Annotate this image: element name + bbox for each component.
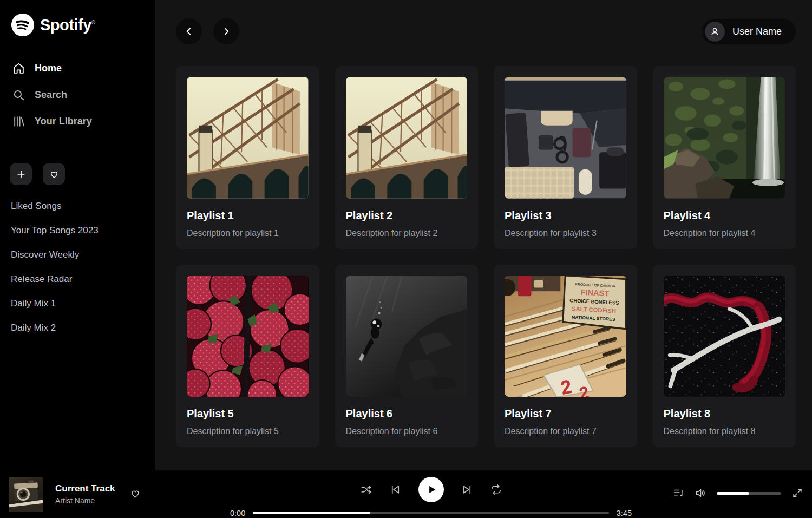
user-menu-button[interactable]: User Name — [702, 19, 796, 44]
playlist-title: Playlist 3 — [505, 209, 626, 222]
previous-icon — [389, 483, 402, 496]
playlist-cover-forest-waterfall — [664, 77, 785, 199]
sidebar-playlist-liked-songs[interactable]: Liked Songs — [10, 194, 146, 218]
playlist-cover-steel-structure — [187, 77, 309, 199]
sidebar-playlist-daily-mix-2[interactable]: Daily Mix 2 — [10, 316, 146, 340]
playlist-title: Playlist 1 — [187, 209, 309, 222]
sidebar-item-label: Home — [35, 63, 62, 74]
plus-icon — [16, 169, 27, 180]
sidebar-item-your-library[interactable]: Your Library — [10, 108, 146, 135]
playlist-cover-underwater-diver — [346, 276, 468, 397]
spotify-logo: Spotify® — [10, 12, 146, 55]
fullscreen-button[interactable] — [791, 487, 803, 499]
player-options — [652, 487, 803, 501]
shuffle-icon — [360, 483, 372, 496]
progress-fill — [253, 512, 370, 514]
playlist-title: Playlist 8 — [664, 408, 785, 420]
person-icon — [709, 26, 721, 37]
registered-mark: ® — [91, 19, 95, 25]
playlist-card-5[interactable]: Playlist 5 Description for playlist 5 — [176, 265, 319, 448]
repeat-button[interactable] — [490, 483, 502, 496]
sidebar-item-label: Search — [35, 89, 67, 101]
playlist-description: Description for playlist 8 — [664, 427, 785, 436]
brand-name: Spotify® — [40, 16, 95, 34]
progress-row: 0:00 3:45 — [230, 509, 632, 517]
back-button[interactable] — [176, 18, 202, 44]
playlist-description: Description for playlist 3 — [505, 228, 626, 238]
search-icon — [12, 88, 25, 102]
sidebar-item-search[interactable]: Search — [10, 82, 146, 108]
playlist-card-2[interactable]: Playlist 2 Description for playlist 2 — [335, 66, 479, 249]
user-name: User Name — [732, 26, 782, 37]
playlist-cover-desk-flatlay — [505, 77, 626, 199]
forward-button[interactable] — [213, 18, 239, 44]
playlist-description: Description for playlist 1 — [187, 228, 309, 238]
playlist-card-7[interactable]: PRODUCT OF CANADA FINAST CHOICE BONELESS… — [494, 265, 637, 448]
liked-songs-button[interactable] — [43, 163, 65, 185]
playlist-title: Playlist 6 — [346, 408, 468, 420]
playlist-title: Playlist 5 — [187, 408, 309, 420]
repeat-icon — [490, 483, 502, 496]
sidebar: Spotify® Home Search Your Library — [0, 0, 155, 470]
expand-icon — [791, 487, 803, 499]
volume-fill — [717, 492, 749, 495]
like-track-button[interactable] — [129, 488, 141, 501]
heart-icon — [129, 488, 141, 500]
playlist-cover-antler-ribbon — [664, 276, 785, 397]
now-playing: Current Track Artist Name — [9, 477, 210, 512]
progress-bar[interactable] — [253, 512, 609, 514]
create-playlist-button[interactable] — [10, 163, 32, 185]
sidebar-playlist-daily-mix-1[interactable]: Daily Mix 1 — [10, 291, 146, 316]
playlist-description: Description for playlist 5 — [187, 427, 309, 436]
total-duration: 3:45 — [617, 509, 632, 517]
next-track-button[interactable] — [461, 483, 473, 496]
playlist-description: Description for playlist 7 — [505, 427, 626, 436]
playlist-title: Playlist 4 — [664, 209, 785, 222]
sidebar-playlist-your-top-songs-2023[interactable]: Your Top Songs 2023 — [10, 218, 146, 242]
chevron-left-icon — [184, 26, 194, 37]
play-icon — [426, 484, 437, 495]
playlist-card-8[interactable]: Playlist 8 Description for playlist 8 — [653, 265, 796, 448]
playlist-cover-steel-structure — [346, 77, 468, 199]
main-content: User Name — [155, 0, 812, 470]
sidebar-actions — [10, 163, 146, 185]
sign-text: FINAST — [580, 287, 609, 298]
play-button[interactable] — [418, 477, 444, 502]
sidebar-item-label: Your Library — [35, 116, 92, 127]
avatar — [705, 22, 725, 42]
current-track-title: Current Track — [55, 483, 115, 494]
playlist-card-6[interactable]: Playlist 6 Description for playlist 6 — [335, 265, 479, 448]
sidebar-playlists: Liked Songs Your Top Songs 2023 Discover… — [10, 194, 146, 340]
library-icon — [12, 115, 25, 128]
queue-button[interactable] — [672, 487, 684, 499]
heart-icon — [49, 169, 60, 180]
playlist-title: Playlist 7 — [505, 408, 626, 420]
app-window: Spotify® Home Search Your Library — [0, 0, 812, 470]
next-icon — [461, 483, 473, 496]
player-controls: 0:00 3:45 — [210, 471, 652, 517]
shuffle-button[interactable] — [360, 483, 372, 496]
volume-icon — [695, 487, 706, 499]
home-icon — [12, 62, 25, 75]
elapsed-time: 0:00 — [230, 509, 245, 517]
album-art-vintage-camera — [9, 477, 43, 512]
playlist-description: Description for playlist 4 — [664, 228, 785, 238]
sidebar-playlist-release-radar[interactable]: Release Radar — [10, 267, 146, 291]
playlist-card-4[interactable]: Playlist 4 Description for playlist 4 — [653, 66, 796, 249]
chevron-right-icon — [221, 26, 232, 37]
volume-slider[interactable] — [717, 492, 781, 495]
sidebar-item-home[interactable]: Home — [10, 55, 146, 82]
top-bar: User Name — [176, 18, 796, 44]
sidebar-playlist-discover-weekly[interactable]: Discover Weekly — [10, 242, 146, 267]
current-track-artist: Artist Name — [55, 496, 115, 505]
player-bar: Current Track Artist Name — [0, 470, 812, 518]
playlist-grid: Playlist 1 Description for playlist 1 — [176, 66, 796, 447]
queue-icon — [672, 487, 684, 499]
playlist-description: Description for playlist 2 — [346, 228, 468, 238]
volume-button[interactable] — [695, 487, 706, 499]
spotify-logo-icon — [11, 13, 35, 37]
previous-track-button[interactable] — [389, 483, 402, 496]
playlist-card-3[interactable]: Playlist 3 Description for playlist 3 — [494, 66, 637, 249]
playlist-card-1[interactable]: Playlist 1 Description for playlist 1 — [176, 66, 319, 249]
playlist-description: Description for playlist 6 — [346, 427, 468, 436]
